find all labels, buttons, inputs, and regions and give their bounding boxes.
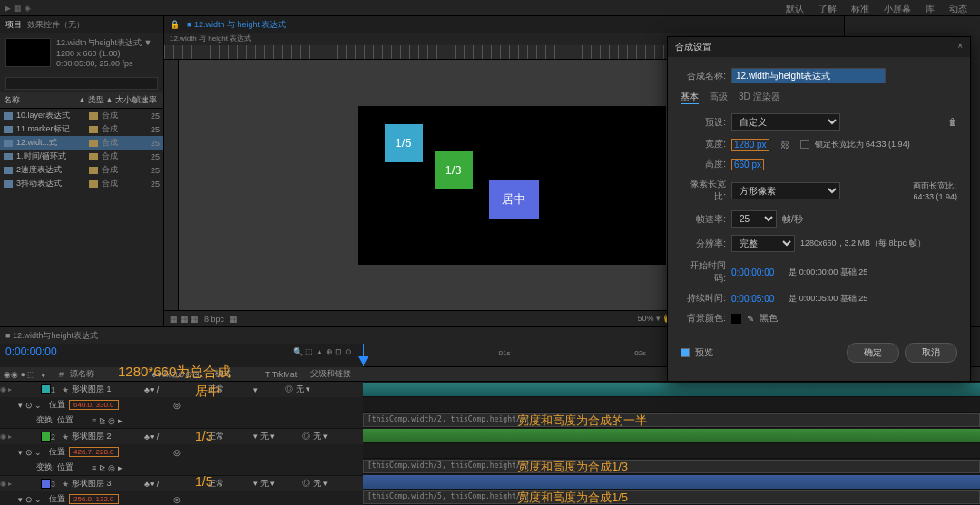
lock-icon[interactable]: 🔒 [170, 20, 180, 29]
project-item[interactable]: 11.marker标记..合成25 [0, 122, 163, 136]
project-item-selected[interactable]: 12.widt...式合成25 [0, 136, 163, 150]
dialog-title: 合成设置 [675, 41, 711, 53]
project-item[interactable]: 2速度表达式合成25 [0, 163, 163, 177]
annotation-fifth: 1/5 [195, 474, 212, 489]
comp-thumbnail [5, 38, 51, 67]
layer-position-2[interactable]: ▾ ⊙ ⌄位置426.7, 220.0◎ [0, 444, 363, 460]
cancel-button[interactable]: 取消 [905, 343, 957, 363]
workspace-tabs[interactable]: 默认了解标准小屏幕库动态 [782, 2, 971, 16]
start-tc[interactable]: 0:00:00:00 [731, 267, 774, 277]
height-value[interactable]: 660 px [731, 159, 764, 170]
project-item[interactable]: 1.时间/循环式合成25 [0, 150, 163, 163]
close-icon[interactable]: × [957, 41, 963, 53]
preset-select[interactable]: 自定义 [731, 113, 840, 131]
composition-settings-dialog: 合成设置× 合成名称: 基本高级3D 渲染器 预设:自定义🗑 宽度:1280 p… [667, 36, 971, 382]
layer-bar-3[interactable] [363, 475, 980, 489]
shape-1-5[interactable]: 1/5 [385, 124, 423, 162]
par-select[interactable]: 方形像素 [731, 182, 840, 199]
eyedropper-icon[interactable]: ✎ [747, 314, 754, 324]
res-select[interactable]: 完整 [731, 235, 795, 252]
expr-text-1[interactable]: [thisComp.width/2, thisComp.height/2] [363, 413, 980, 427]
lock-aspect-checkbox[interactable] [800, 140, 809, 149]
trash-icon[interactable]: 🗑 [948, 117, 957, 127]
comp-name-input[interactable] [731, 68, 886, 83]
project-panel: 项目 效果控件（无） 12.width与height表达式 ▼ 1280 x 6… [0, 16, 163, 326]
project-item[interactable]: 3抖动表达式合成25 [0, 177, 163, 190]
layer-position-1[interactable]: ▾ ⊙ ⌄位置640.0, 330.0◎ [0, 397, 363, 413]
link-icon[interactable]: ⛓ [780, 140, 789, 150]
preview-checkbox[interactable] [681, 348, 690, 357]
bg-color-swatch[interactable] [731, 314, 741, 324]
expr-text-3[interactable]: [thisComp.width/5, thisComp.height/5] [363, 490, 980, 504]
expr-text-2[interactable]: [thisComp.width/3, thisComp.height/3] [363, 460, 980, 473]
project-search[interactable] [5, 77, 158, 90]
layer-row-2[interactable]: ◉ ▸2★形状图层 2♣♥ /正常▾ 无 ▾◎ 无 ▾ [0, 429, 363, 444]
duration-tc[interactable]: 0:00:05:00 [731, 294, 774, 304]
dialog-tabs[interactable]: 基本高级3D 渲染器 [681, 91, 957, 104]
timeline-tab[interactable]: ■ 12.width与height表达式 [5, 330, 98, 342]
layer-position-3[interactable]: ▾ ⊙ ⌄位置256.0, 132.0◎ [0, 491, 363, 505]
layer-row-3[interactable]: ◉ ▸3★形状图层 3♣♥ /正常▾ 无 ▾◎ 无 ▾ [0, 476, 363, 491]
layer-bar-2[interactable] [363, 429, 980, 442]
ruler-vertical [164, 60, 179, 310]
width-value[interactable]: 1280 px [731, 139, 769, 151]
annotation-main: 1280*660为总合成 [118, 364, 230, 381]
viewer-title[interactable]: ■ 12.width 与 height 表达式 [187, 19, 286, 31]
playhead[interactable] [363, 344, 364, 366]
tab-effects[interactable]: 效果控件（无） [27, 19, 84, 31]
annotation-center: 居中 [195, 384, 220, 400]
layer-bar-1[interactable] [363, 383, 980, 396]
fps-select[interactable]: 25 [731, 210, 777, 228]
ok-button[interactable]: 确定 [847, 343, 899, 363]
layer-expr-row-1[interactable]: 变换: 位置≡ ⊵ ◎ ▸ [0, 413, 363, 428]
project-item[interactable]: 10.layer表达式合成25 [0, 109, 163, 122]
shape-1-3[interactable]: 1/3 [435, 151, 473, 189]
layer-row-1[interactable]: ◉ ▸1★形状图层 1♣♥ /正常▾◎ 无 ▾ [0, 382, 363, 397]
comp-info: 12.width与height表达式 ▼ 1280 x 660 (1.00) 0… [56, 38, 152, 70]
shape-center[interactable]: 居中 [489, 180, 539, 219]
annotation-third: 1/3 [195, 429, 212, 443]
project-columns[interactable]: 名称 ▲ 类型 ▲ 大小 帧速率 [0, 92, 163, 109]
tab-project[interactable]: 项目 [5, 19, 22, 31]
layer-expr-row-2[interactable]: 变换: 位置≡ ⊵ ◎ ▸ [0, 460, 363, 475]
